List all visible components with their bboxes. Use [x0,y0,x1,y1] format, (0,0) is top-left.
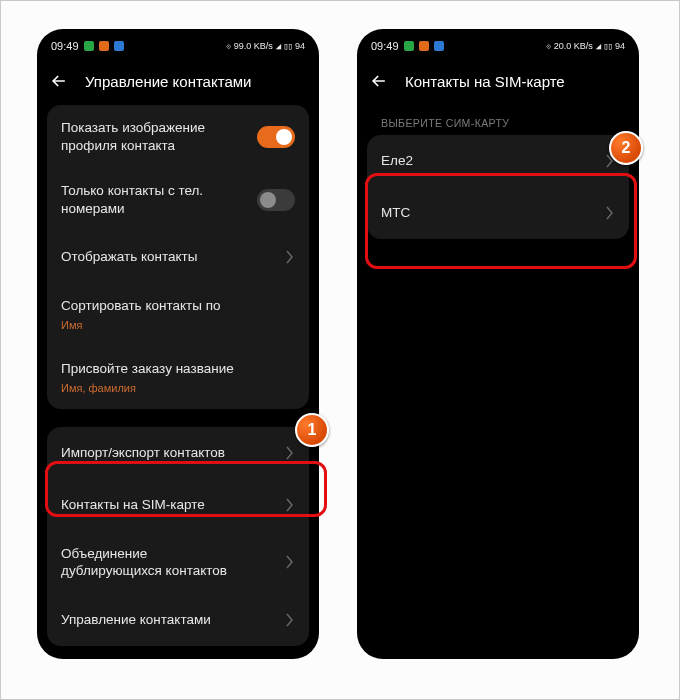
status-wifi-icon: ◢ [596,41,600,51]
status-nfc-icon: ⟐ [546,41,551,51]
row-label: Присвойте заказу название Имя, фамилия [61,360,234,395]
row-sim-contacts[interactable]: Контакты на SIM-карте [47,479,309,531]
status-bar: 09:49 ⟐ 99.0 KB/s ◢ ▯▯ 94 [37,29,319,61]
status-battery: 94 [615,41,625,51]
status-wifi-icon: ◢ [276,41,280,51]
status-nfc-icon: ⟐ [226,41,231,51]
status-bar: 09:49 ⟐ 20.0 KB/s ◢ ▯▯ 94 [357,29,639,61]
row-label: Только контакты с тел. номерами [61,182,241,217]
row-manage-contacts[interactable]: Управление контактами [47,594,309,646]
chevron-right-icon [285,498,295,512]
row-label: Отображать контакты [61,248,198,266]
row-label: Объединение дублирующихся контактов [61,545,241,580]
row-label: Контакты на SIM-карте [61,496,205,514]
phone-screen-right: 09:49 ⟐ 20.0 KB/s ◢ ▯▯ 94 Контакты на SI… [357,29,639,659]
settings-group-display: Показать изображение профиля контакта То… [47,105,309,409]
back-arrow-icon[interactable] [369,71,389,91]
row-subtitle: Имя [61,318,220,332]
page-title: Управление контактами [85,73,251,90]
page-title: Контакты на SIM-карте [405,73,565,90]
status-app-icon [419,41,429,51]
status-bluetooth-icon [434,41,444,51]
status-app-icon [404,41,414,51]
back-arrow-icon[interactable] [49,71,69,91]
chevron-right-icon [285,613,295,627]
status-net-speed: 99.0 KB/s [234,41,273,51]
status-battery: 94 [295,41,305,51]
row-sort-contacts[interactable]: Сортировать контакты по Имя [47,283,309,346]
row-display-contacts[interactable]: Отображать контакты [47,231,309,283]
row-merge-duplicates[interactable]: Объединение дублирующихся контактов [47,531,309,594]
row-subtitle: Имя, фамилия [61,381,234,395]
row-only-with-numbers[interactable]: Только контакты с тел. номерами [47,168,309,231]
status-app-icon [99,41,109,51]
row-label: МТС [381,204,410,222]
toggle-switch[interactable] [257,126,295,148]
row-name-order[interactable]: Присвойте заказу название Имя, фамилия [47,346,309,409]
screen-header: Контакты на SIM-карте [357,61,639,105]
chevron-right-icon [605,154,615,168]
settings-group-manage: Импорт/экспорт контактов Контакты на SIM… [47,427,309,646]
status-net-speed: 20.0 KB/s [554,41,593,51]
row-show-profile-image[interactable]: Показать изображение профиля контакта [47,105,309,168]
chevron-right-icon [605,206,615,220]
status-signal-icon: ▯▯ [283,41,292,51]
sim-card-list: Еле2 МТС [367,135,629,239]
screen-header: Управление контактами [37,61,319,105]
toggle-switch[interactable] [257,189,295,211]
section-label: Выберите сим-карту [357,105,639,135]
row-label: Управление контактами [61,611,211,629]
chevron-right-icon [285,446,295,460]
status-time: 09:49 [371,40,399,52]
row-import-export[interactable]: Импорт/экспорт контактов [47,427,309,479]
sim-option-2[interactable]: МТС [367,187,629,239]
row-label: Еле2 [381,152,413,170]
status-time: 09:49 [51,40,79,52]
chevron-right-icon [285,555,295,569]
phone-screen-left: 09:49 ⟐ 99.0 KB/s ◢ ▯▯ 94 Управление кон… [37,29,319,659]
status-app-icon [84,41,94,51]
chevron-right-icon [285,250,295,264]
row-label: Сортировать контакты по Имя [61,297,220,332]
status-signal-icon: ▯▯ [603,41,612,51]
status-bluetooth-icon [114,41,124,51]
row-label: Импорт/экспорт контактов [61,444,225,462]
row-label: Показать изображение профиля контакта [61,119,241,154]
sim-option-1[interactable]: Еле2 [367,135,629,187]
